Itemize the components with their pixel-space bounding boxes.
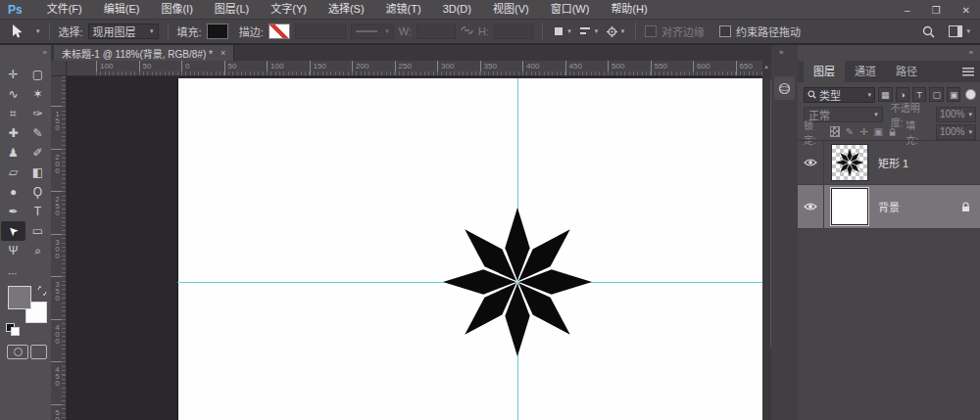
stroke-type-dropdown[interactable]: ▾ [351,23,394,39]
foreground-color-swatch[interactable] [8,286,31,309]
swap-colors-icon[interactable] [37,286,47,298]
tool-preset-caret-icon[interactable]: ▾ [36,27,40,35]
photoshop-window: Ps 文件(F)编辑(E)图像(I)图层(L)文字(Y)选择(S)滤镜(T)3D… [0,0,980,420]
quick-selection-tool[interactable]: ✶ [25,84,50,104]
align-edges-option[interactable]: 对齐边缘 [645,23,705,39]
horizontal-ruler[interactable]: 1005005010015020025030035040045050055060… [67,61,762,76]
search-icon[interactable] [922,25,935,38]
menu-item[interactable]: 视图(V) [482,0,540,19]
menu-item[interactable]: 窗口(W) [540,0,601,19]
menu-item[interactable]: 图像(I) [150,0,203,19]
menu-item[interactable]: 文件(F) [36,0,93,19]
layer-row-rectangle-1[interactable]: 矩形 1 [798,141,980,185]
menu-item[interactable]: 3D(D) [432,0,482,19]
crop-tool[interactable]: ⌗ [1,104,25,123]
lock-artboard-icon[interactable]: ▣ [874,126,883,137]
path-arrangement-button[interactable]: ▾ [605,23,626,40]
constrain-path-option[interactable]: 约束路径拖动 [719,23,801,39]
width-field[interactable] [416,23,456,39]
window-controls: – ❐ ✕ [905,0,970,20]
ruler-tick-label: 500 [51,404,62,420]
panel-menu-icon[interactable] [962,67,974,78]
ruler-origin-corner[interactable] [51,61,67,76]
collapsed-3d-panel-button[interactable] [774,76,795,100]
select-mode-dropdown[interactable]: 现用图层▾ [88,23,159,39]
height-field[interactable] [494,23,533,39]
gradient-tool[interactable]: ◧ [25,163,50,182]
fill-label: 填充: [177,23,202,39]
layer-row-background[interactable]: 背景 [798,185,980,229]
collapse-tools-icon[interactable]: » [43,48,46,57]
dodge-tool[interactable]: Ϙ [25,182,50,202]
edit-toolbar-dots[interactable]: ⋯ [8,268,19,279]
menu-item[interactable]: 图层(L) [204,0,260,19]
menu-item[interactable]: 文字(Y) [260,0,318,19]
stroke-width-field[interactable] [295,23,346,39]
menu-item[interactable]: 选择(S) [318,0,375,19]
tab-close-icon[interactable]: × [220,48,225,58]
document-tab-title: 未标题-1 @ 118%(背景, RGB/8#) * [62,46,213,61]
menu-item[interactable]: 编辑(E) [93,0,151,19]
lasso-tool[interactable]: ∿ [1,84,25,104]
collapse-panel-icon[interactable]: » [969,48,972,57]
menu-item[interactable]: 帮助(H) [600,0,658,19]
minimize-button[interactable]: – [905,5,910,16]
spot-healing-brush-tool[interactable]: ✚ [1,123,25,143]
ruler-tick-label: 200 [51,149,62,192]
rectangle-tool[interactable]: ▭ [25,221,50,241]
zoom-tool[interactable]: ⌕ [25,241,50,260]
clone-stamp-tool[interactable]: ♟ [1,143,25,163]
layer-thumbnail[interactable] [831,188,868,225]
rectangular-marquee-tool[interactable]: ▢ [25,65,50,84]
visibility-eye-icon[interactable] [804,158,817,167]
ruler-tick-label: 150 [51,106,62,149]
history-brush-tool[interactable]: ✐ [25,143,50,163]
screen-mode-button[interactable] [30,345,47,359]
visibility-eye-icon[interactable] [804,202,817,211]
lock-transparent-pixels-icon[interactable] [830,126,840,137]
vertical-scrollbar[interactable]: ▲ [762,61,771,420]
filter-smart-objects-icon[interactable]: ▣ [947,87,960,102]
fill-color-swatch[interactable] [207,23,228,39]
lock-image-pixels-icon[interactable]: ✎ [846,126,854,137]
options-bar: ▾ 选择: 现用图层▾ 填充: 描边: ▾ W: H: ▾ ▾ ▾ [0,20,980,45]
select-label: 选择: [59,23,83,39]
align-edges-checkbox[interactable] [645,25,657,37]
scroll-up-icon[interactable]: ▲ [763,64,769,70]
hand-tool[interactable]: Ψ [1,241,25,260]
path-alignment-button[interactable]: ▾ [578,23,600,40]
menu-item[interactable]: 滤镜(T) [375,0,432,19]
eraser-tool[interactable]: ▱ [1,163,25,182]
default-colors-icon[interactable] [6,323,20,335]
link-dimensions-icon[interactable] [461,25,473,37]
layer-thumbnail[interactable] [831,144,868,181]
workspace-switcher-button[interactable]: ▾ [949,25,970,37]
move-tool[interactable]: ✛ [1,65,25,84]
tab-layers[interactable]: 图层 [804,59,845,82]
quick-mask-button[interactable] [7,345,28,359]
pen-tool[interactable]: ✒ [1,202,25,221]
blur-tool[interactable]: ● [1,182,25,202]
path-selection-tool[interactable]: ➤ [1,221,25,241]
eyedropper-tool[interactable]: ✑ [25,104,50,123]
tab-paths[interactable]: 路径 [886,59,927,82]
filter-type-dropdown[interactable]: 类型 ▾ [804,87,875,103]
opacity-value-dropdown[interactable]: 100%▾ [936,107,976,122]
document-tab[interactable]: 未标题-1 @ 118%(背景, RGB/8#) * × [54,45,234,61]
type-tool[interactable]: T [25,202,50,221]
tab-channels[interactable]: 通道 [845,59,886,82]
filter-toggle-icon[interactable] [965,89,976,100]
fill-value-dropdown[interactable]: 100%▾ [936,124,976,140]
constrain-path-checkbox[interactable] [719,25,731,37]
path-operations-button[interactable]: ▾ [552,23,573,40]
3d-sphere-icon [778,82,791,95]
lock-position-icon[interactable]: ✛ [859,126,867,137]
current-tool-icon[interactable] [6,23,27,40]
lock-all-icon[interactable] [889,127,896,137]
stroke-color-swatch[interactable] [269,23,290,39]
restore-button[interactable]: ❐ [932,5,941,16]
expand-dock-icon[interactable]: » [779,48,782,57]
brush-tool[interactable]: ✎ [25,123,50,143]
close-button[interactable]: ✕ [962,5,970,16]
vertical-ruler[interactable]: 150200250300350400450500 [51,76,67,420]
